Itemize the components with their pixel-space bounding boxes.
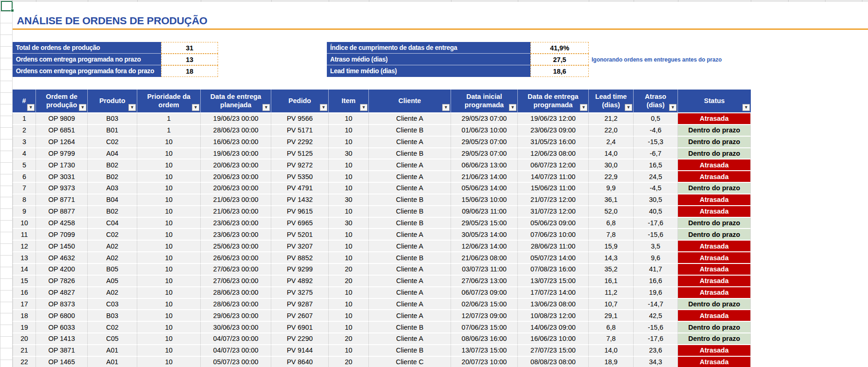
cell-priority[interactable]: 1	[137, 125, 201, 137]
cell-sales-order[interactable]: PV 9566	[271, 113, 329, 125]
cell-planned-delivery-date[interactable]: 21/06/23 00:00	[201, 206, 271, 218]
cell-item[interactable]: 10	[329, 183, 369, 194]
status-cell[interactable]: Atrasada	[678, 287, 751, 299]
cell-priority[interactable]: 10	[137, 310, 201, 322]
cell-index[interactable]: 12	[13, 241, 36, 252]
summary-value[interactable]: 41,9%	[530, 42, 589, 54]
cell-index[interactable]: 15	[13, 276, 36, 287]
cell-scheduled-delivery-date[interactable]: 28/06/23 11:00	[518, 241, 589, 252]
cell-planned-delivery-date[interactable]: 25/06/23 00:00	[201, 241, 271, 252]
cell-item[interactable]: 20	[329, 264, 369, 276]
cell-planned-delivery-date[interactable]: 29/06/23 00:00	[201, 310, 271, 322]
cell-item[interactable]: 10	[329, 125, 369, 137]
cell-planned-delivery-date[interactable]: 20/06/23 00:00	[201, 159, 271, 171]
cell-index[interactable]: 21	[13, 345, 36, 357]
cell-customer[interactable]: Cliente A	[369, 276, 451, 287]
cell-delay[interactable]: -15,3	[634, 137, 678, 148]
status-cell[interactable]: Atrasada	[678, 113, 751, 125]
cell-sales-order[interactable]: PV 2607	[271, 310, 329, 322]
cell-sales-order[interactable]: PV 4791	[271, 183, 329, 194]
cell-scheduled-start-date[interactable]: 29/05/23 07:00	[451, 148, 518, 160]
cell-customer[interactable]: Cliente B	[369, 218, 451, 229]
cell-index[interactable]: 17	[13, 299, 36, 311]
cell-lead-time[interactable]: 15,9	[589, 241, 634, 252]
cell-scheduled-delivery-date[interactable]: 16/06/23 10:00	[518, 333, 589, 345]
cell-scheduled-delivery-date[interactable]: 31/05/23 16:00	[518, 137, 589, 148]
cell-scheduled-start-date[interactable]: 08/06/23 16:00	[451, 333, 518, 345]
cell-product[interactable]: A04	[88, 148, 137, 160]
summary-label[interactable]: Total de ordens de produção	[13, 42, 161, 54]
cell-index[interactable]: 6	[13, 171, 36, 183]
cell-sales-order[interactable]: PV 5350	[271, 171, 329, 183]
cell-scheduled-start-date[interactable]: 21/06/23 14:00	[451, 171, 518, 183]
column-header-delay[interactable]: Atraso (dias)▼	[634, 90, 678, 113]
cell-delay[interactable]: -17,6	[634, 218, 678, 229]
cell-priority[interactable]: 10	[137, 148, 201, 160]
cell-scheduled-start-date[interactable]: 27/06/23 13:00	[451, 276, 518, 287]
cell-order[interactable]: OP 3031	[36, 171, 88, 183]
cell-item[interactable]: 10	[329, 287, 369, 299]
cell-delay[interactable]: 42,5	[634, 310, 678, 322]
status-cell[interactable]: Dentro do prazo	[678, 218, 751, 229]
cell-planned-delivery-date[interactable]: 23/06/23 00:00	[201, 218, 271, 229]
column-header-lead-time[interactable]: Lead time (dias)▼	[589, 90, 634, 113]
cell-index[interactable]: 20	[13, 333, 36, 345]
cell-priority[interactable]: 10	[137, 171, 201, 183]
cell-priority[interactable]: 10	[137, 287, 201, 299]
cell-index[interactable]: 11	[13, 229, 36, 241]
status-cell[interactable]: Atrasada	[678, 194, 751, 206]
cell-product[interactable]: A01	[88, 345, 137, 357]
cell-customer[interactable]: Cliente A	[369, 137, 451, 148]
cell-delay[interactable]: 19,6	[634, 287, 678, 299]
cell-order[interactable]: OP 1465	[36, 357, 88, 367]
cell-order[interactable]: OP 8877	[36, 206, 88, 218]
cell-sales-order[interactable]: PV 9287	[271, 299, 329, 311]
cell-lead-time[interactable]: 14,0	[589, 345, 634, 357]
cell-product[interactable]: B02	[88, 171, 137, 183]
status-cell[interactable]: Atrasada	[678, 252, 751, 264]
cell-sales-order[interactable]: PV 2290	[271, 333, 329, 345]
cell-scheduled-delivery-date[interactable]: 14/07/23 11:00	[518, 171, 589, 183]
column-header-customer[interactable]: Cliente▼	[369, 90, 451, 113]
cell-planned-delivery-date[interactable]: 27/06/23 00:00	[201, 276, 271, 287]
cell-product[interactable]: C02	[88, 229, 137, 241]
cell-item[interactable]: 10	[329, 241, 369, 252]
cell-planned-delivery-date[interactable]: 21/06/23 00:00	[201, 194, 271, 206]
cell-lead-time[interactable]: 29,1	[589, 310, 634, 322]
filter-dropdown-button[interactable]: ▼	[669, 104, 677, 111]
filter-dropdown-button[interactable]: ▼	[442, 104, 450, 111]
cell-item[interactable]: 10	[329, 299, 369, 311]
cell-lead-time[interactable]: 11,2	[589, 287, 634, 299]
cell-order[interactable]: OP 8771	[36, 194, 88, 206]
column-header-priority[interactable]: Prioridade da ordem▼	[137, 90, 201, 113]
cell-scheduled-delivery-date[interactable]: 21/07/23 12:00	[518, 194, 589, 206]
status-cell[interactable]: Dentro do prazo	[678, 333, 751, 345]
cell-delay[interactable]: 16,5	[634, 159, 678, 171]
cell-product[interactable]: A02	[88, 287, 137, 299]
cell-order[interactable]: OP 7826	[36, 276, 88, 287]
cell-scheduled-start-date[interactable]: 06/06/23 13:00	[451, 159, 518, 171]
cell-product[interactable]: C02	[88, 322, 137, 333]
cell-delay[interactable]: 23,6	[634, 345, 678, 357]
cell-sales-order[interactable]: PV 9272	[271, 159, 329, 171]
status-cell[interactable]: Dentro do prazo	[678, 137, 751, 148]
column-header-planned-delivery-date[interactable]: Data de entrega planejada▼	[201, 90, 271, 113]
cell-item[interactable]: 20	[329, 333, 369, 345]
cell-sales-order[interactable]: PV 9299	[271, 264, 329, 276]
cell-product[interactable]: B02	[88, 206, 137, 218]
cell-sales-order[interactable]: PV 3275	[271, 287, 329, 299]
cell-order[interactable]: OP 6033	[36, 322, 88, 333]
cell-scheduled-delivery-date[interactable]: 10/08/23 12:00	[518, 310, 589, 322]
cell-scheduled-delivery-date[interactable]: 17/07/23 14:00	[518, 287, 589, 299]
cell-sales-order[interactable]: PV 1432	[271, 194, 329, 206]
cell-index[interactable]: 16	[13, 287, 36, 299]
cell-scheduled-delivery-date[interactable]: 23/06/23 09:00	[518, 125, 589, 137]
cell-scheduled-delivery-date[interactable]: 15/06/23 11:00	[518, 183, 589, 194]
cell-product[interactable]: C03	[88, 299, 137, 311]
summary-label[interactable]: Ordens com entrega programada no prazo	[13, 54, 161, 65]
cell-index[interactable]: 8	[13, 194, 36, 206]
summary-label[interactable]: Atraso médio (dias)	[327, 54, 530, 65]
cell-delay[interactable]: 34,3	[634, 357, 678, 367]
cell-index[interactable]: 4	[13, 148, 36, 160]
cell-product[interactable]: B03	[88, 310, 137, 322]
